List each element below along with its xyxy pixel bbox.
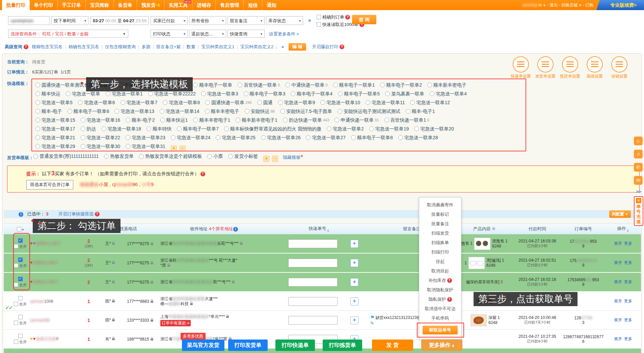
express-template-radio[interactable]: 中通快递一联单0 bbox=[285, 81, 327, 89]
radio-icon[interactable] bbox=[81, 144, 85, 149]
tab-通知[interactable]: 通知 bbox=[262, 0, 280, 10]
express-template-radio[interactable]: 顺丰-电子1 bbox=[406, 107, 435, 116]
radio-icon[interactable] bbox=[66, 91, 71, 96]
express-template-radio[interactable]: 宅急送一联单30 bbox=[81, 142, 120, 151]
header-checkbox[interactable]: ▾ bbox=[12, 227, 28, 232]
radio-icon[interactable] bbox=[35, 83, 40, 87]
express-template-radio[interactable]: 宅急送一联单17 bbox=[35, 124, 75, 133]
header-快递单号[interactable]: 快递单号▲▼ bbox=[270, 226, 368, 232]
radio-icon[interactable] bbox=[35, 91, 40, 96]
tracking-recharge-button[interactable]: ¥ 单号充值 bbox=[634, 196, 643, 226]
radio-icon[interactable] bbox=[193, 118, 198, 122]
exact-order-checkbox[interactable]: 精确到订单 ? bbox=[317, 14, 350, 20]
help-icon[interactable]: ? bbox=[345, 15, 350, 20]
radio-icon[interactable] bbox=[236, 118, 240, 122]
express-template-radio[interactable]: 宅急送一联单6 bbox=[78, 98, 115, 107]
express-template-radio[interactable]: 顺丰电子一联单3 bbox=[244, 89, 286, 98]
tab-手工订单[interactable]: 手工订单 bbox=[58, 0, 86, 10]
radio-icon[interactable] bbox=[114, 109, 119, 114]
info-icon[interactable]: i bbox=[233, 227, 238, 232]
express-template-radio[interactable]: 宅急送一联单8 bbox=[163, 98, 200, 107]
merge-checkbox[interactable] bbox=[14, 340, 18, 344]
menu-item-批量标记[interactable]: 批量标记 bbox=[419, 210, 461, 219]
express-template-radio[interactable]: 宅急送一联单5 bbox=[35, 98, 73, 107]
radio-icon[interactable] bbox=[261, 135, 266, 140]
radio-icon[interactable] bbox=[384, 118, 389, 122]
action-button-打印快递单[interactable]: 打印快递单 bbox=[275, 340, 315, 351]
radio-icon[interactable] bbox=[338, 91, 343, 96]
radio-icon[interactable] bbox=[283, 118, 288, 122]
radio-icon[interactable] bbox=[35, 100, 40, 105]
rail-expand-icon[interactable]: >> bbox=[634, 189, 643, 194]
express-template-radio[interactable]: 宅急送一联单23 bbox=[126, 133, 165, 142]
select-留言备注[interactable]: 留言备注▾ bbox=[227, 16, 265, 25]
express-template-radio[interactable]: 宅急送一联单18 bbox=[102, 124, 141, 133]
invoice-template-radio[interactable]: 热敏发货单 bbox=[104, 153, 134, 159]
radio-icon[interactable] bbox=[78, 100, 83, 105]
invoice-template-radio[interactable]: 小票 bbox=[207, 153, 223, 159]
advanced-link-数量[interactable]: 数量 bbox=[187, 44, 195, 49]
time-type-select[interactable]: 按下单时间▾ bbox=[51, 16, 88, 25]
edit-note-icon[interactable]: ✎ bbox=[370, 321, 374, 326]
row-action-展开[interactable]: 展开 bbox=[614, 241, 622, 246]
menu-item-取消隐私保护[interactable]: 取消隐私保护 bbox=[419, 285, 461, 295]
radio-icon[interactable] bbox=[193, 83, 198, 87]
row-action-展开[interactable]: 展开 bbox=[614, 280, 622, 284]
radio-icon[interactable] bbox=[366, 100, 370, 105]
collapse-icon[interactable]: « bbox=[307, 19, 313, 22]
invoice-template-radio[interactable]: 热敏发货单这是个超级模板 bbox=[139, 153, 202, 159]
tracking-number-input[interactable] bbox=[288, 278, 338, 287]
radio-icon[interactable] bbox=[205, 109, 210, 114]
radio-icon[interactable] bbox=[126, 144, 130, 149]
help-icon[interactable]: ? bbox=[340, 45, 344, 49]
express-template-radio[interactable]: 宅急送一联单9 bbox=[278, 98, 315, 107]
radio-icon[interactable] bbox=[106, 91, 110, 96]
select-打印状态[interactable]: 打印状态▾ bbox=[151, 30, 188, 38]
express-template-radio[interactable]: 宅急送一联单20 bbox=[414, 124, 454, 133]
tab-预发货[interactable]: 预发货-4 bbox=[137, 0, 164, 10]
radio-icon[interactable] bbox=[171, 135, 176, 140]
express-template-radio[interactable]: 宅急送一联单21 bbox=[35, 133, 75, 142]
radio-icon[interactable] bbox=[33, 154, 38, 159]
menu-item-取消裹裹寄件[interactable]: 取消裹裹寄件 bbox=[419, 200, 461, 210]
radio-icon[interactable] bbox=[81, 135, 85, 140]
express-template-radio[interactable]: 宅急送一联单15 bbox=[35, 116, 75, 124]
radio-icon[interactable] bbox=[102, 126, 106, 131]
menu-item-批量备注[interactable]: 批量备注 bbox=[419, 219, 461, 229]
radio-icon[interactable] bbox=[291, 91, 295, 96]
edit-button[interactable]: 编 辑 bbox=[289, 43, 306, 51]
radio-icon[interactable] bbox=[398, 135, 403, 140]
menu-item-手机串码[interactable]: 手机串码 bbox=[419, 314, 461, 323]
tab-进销存[interactable]: 进销存 bbox=[192, 0, 216, 10]
condition-select[interactable]: 选择查询条件： 旺旺 / 宝贝 / 数量 / 金额▼ bbox=[8, 30, 128, 38]
account-bar[interactable]: sanshop to ∨ - 退出 - 切换店铺 ∨ - 订购 bbox=[522, 0, 593, 10]
radio-icon[interactable] bbox=[320, 100, 325, 105]
express-template-radio[interactable]: 宅急送一联单29 bbox=[35, 142, 75, 151]
express-template-radio[interactable]: 顺丰快运1 bbox=[160, 116, 188, 124]
advanced-link-模糊包含宝贝名[interactable]: 模糊包含宝贝名 bbox=[32, 44, 62, 49]
help-icon[interactable]: ? bbox=[95, 212, 100, 216]
express-template-radio[interactable]: 宅急送一联单27 bbox=[306, 133, 346, 142]
select-快捷查询[interactable]: 快捷查询▾ bbox=[227, 30, 265, 38]
advanced-link-仅包含模糊查询[interactable]: 仅包含模糊查询 bbox=[105, 44, 136, 49]
tab-实用工具[interactable]: 实用工具NEW bbox=[164, 0, 192, 10]
search-input[interactable]: sanehphoto bbox=[8, 16, 50, 25]
add-package-button[interactable]: + bbox=[350, 240, 358, 248]
radio-icon[interactable] bbox=[35, 144, 40, 149]
invoice-template-radio[interactable]: 发货小标签 bbox=[228, 153, 258, 159]
radio-icon[interactable] bbox=[120, 100, 125, 105]
express-template-radio[interactable]: 宅急送一联单10 bbox=[320, 98, 360, 107]
radio-icon[interactable] bbox=[380, 83, 385, 87]
express-template-radio[interactable]: 宅急送一联单25 bbox=[216, 133, 256, 142]
express-template-radio[interactable]: 顺丰特快 bbox=[146, 124, 171, 133]
radio-icon[interactable] bbox=[205, 100, 210, 105]
add-package-button[interactable]: + bbox=[350, 259, 358, 267]
expand-icon[interactable]: » bbox=[281, 44, 284, 49]
quick-filter-link[interactable]: 开启订单快捷筛选 bbox=[58, 211, 93, 216]
radio-icon[interactable] bbox=[278, 100, 283, 105]
express-template-radio[interactable]: 顺丰电子一联单 bbox=[193, 81, 232, 89]
account-links[interactable]: to ∨ - 退出 - 切换店铺 ∨ - 订购 bbox=[539, 3, 593, 7]
express-template-radio[interactable]: 顺丰新丰密电子 bbox=[427, 81, 466, 89]
add-package-button[interactable]: + bbox=[350, 297, 358, 305]
advanced-link-留言备注+紫[interactable]: 留言备注+紫 bbox=[156, 44, 181, 49]
